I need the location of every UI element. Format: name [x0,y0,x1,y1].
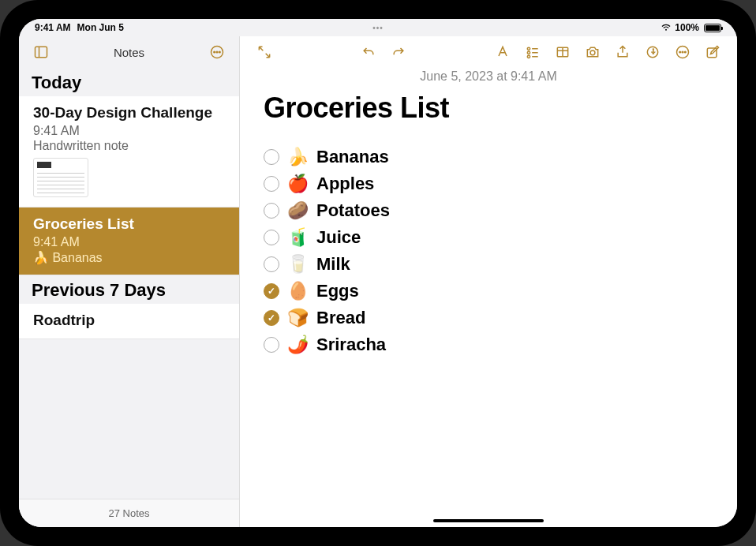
note-item-title: Groceries List [33,215,225,234]
check-circle[interactable] [264,176,279,192]
svg-point-20 [685,51,687,53]
item-text[interactable]: Bananas [316,147,389,167]
battery-percent: 100% [675,22,699,33]
item-emoji: 🍌 [287,147,309,167]
check-circle[interactable] [264,256,279,272]
toggle-sidebar-button[interactable] [30,41,52,63]
check-circle[interactable] [264,310,279,326]
item-text[interactable]: Apples [316,174,374,194]
fullscreen-button[interactable] [251,41,278,63]
check-circle[interactable] [264,203,279,219]
note-item-time: 9:41 AM [33,235,225,249]
status-date: Mon Jun 5 [77,22,124,33]
status-time: 9:41 AM [35,22,71,33]
item-text[interactable]: Sriracha [316,335,386,355]
item-emoji: 🌶️ [287,335,309,355]
note-item-preview: 🍌 Bananas [33,250,225,265]
note-date: June 5, 2023 at 9:41 AM [264,69,713,84]
item-emoji: 🥚 [287,281,309,301]
checklist-item[interactable]: 🧃Juice [264,227,713,248]
item-emoji: 🍎 [287,174,309,194]
svg-point-8 [527,51,530,54]
checklist-item[interactable]: 🍎Apples [264,174,713,194]
item-text[interactable]: Bread [316,308,365,328]
undo-button[interactable] [355,41,382,63]
svg-point-18 [679,51,681,53]
editor-toolbar [240,36,737,68]
item-text[interactable]: Juice [316,227,361,248]
section-header-previous: Previous 7 Days [19,275,239,304]
sidebar-header: Notes [19,36,239,68]
svg-point-15 [590,50,595,55]
note-item-roadtrip[interactable]: Roadtrip [19,304,239,340]
svg-point-3 [214,51,215,53]
more-button[interactable] [669,41,696,63]
item-text[interactable]: Potatoes [316,200,390,221]
status-left: 9:41 AM Mon Jun 5 [35,22,124,33]
note-item-time: 9:41 AM [33,124,225,138]
item-text[interactable]: Milk [316,254,350,275]
status-bar: 9:41 AM Mon Jun 5 ••• 100% [19,19,737,36]
checklist-item[interactable]: 🍞Bread [264,308,713,328]
svg-point-5 [219,51,221,53]
format-button[interactable] [489,41,516,63]
checklist-item[interactable]: 🌶️Sriracha [264,335,713,355]
note-thumbnail [33,158,88,197]
note-editor: June 5, 2023 at 9:41 AM Groceries List 🍌… [240,36,737,527]
svg-rect-0 [36,47,47,57]
item-emoji: 🥔 [287,200,309,221]
notes-list[interactable]: Today 30-Day Design Challenge 9:41 AM Ha… [19,68,239,499]
note-item-title: Roadtrip [33,312,225,330]
check-circle[interactable] [264,230,279,245]
item-emoji: 🥛 [287,254,309,275]
table-button[interactable] [549,41,576,63]
compose-button[interactable] [699,41,726,63]
checklist[interactable]: 🍌Bananas🍎Apples🥔Potatoes🧃Juice🥛Milk🥚Eggs… [264,147,713,355]
ipad-frame: 9:41 AM Mon Jun 5 ••• 100% Notes [0,0,756,546]
checklist-item[interactable]: 🍌Bananas [264,147,713,167]
content-area: Notes Today 30-Day Design Challenge 9:41… [19,36,737,527]
svg-point-10 [527,55,530,58]
checklist-item[interactable]: 🥚Eggs [264,281,713,301]
multitask-dots-icon[interactable]: ••• [372,24,384,32]
note-body[interactable]: June 5, 2023 at 9:41 AM Groceries List 🍌… [240,68,737,527]
section-header-today: Today [19,68,239,96]
home-indicator[interactable] [433,519,544,522]
screen: 9:41 AM Mon Jun 5 ••• 100% Notes [19,19,737,527]
svg-point-6 [527,47,530,50]
item-text[interactable]: Eggs [316,281,359,301]
notes-count: 27 Notes [19,499,239,527]
camera-button[interactable] [579,41,606,63]
status-right: 100% [661,22,721,33]
redo-button[interactable] [385,41,412,63]
item-emoji: 🍞 [287,308,309,328]
svg-point-19 [682,51,683,53]
markup-button[interactable] [639,41,666,63]
sidebar-title: Notes [114,46,144,59]
note-item-groceries[interactable]: Groceries List 9:41 AM 🍌 Bananas [19,208,239,275]
note-item-design-challenge[interactable]: 30-Day Design Challenge 9:41 AM Handwrit… [19,96,239,208]
wifi-icon [661,24,672,32]
checklist-item[interactable]: 🥔Potatoes [264,200,713,221]
svg-point-4 [216,51,218,53]
checklist-button[interactable] [519,41,546,63]
item-emoji: 🧃 [287,227,309,248]
note-heading[interactable]: Groceries List [264,92,713,125]
check-circle[interactable] [264,283,279,299]
sidebar-more-button[interactable] [206,41,228,63]
checklist-item[interactable]: 🥛Milk [264,254,713,275]
svg-rect-21 [707,48,717,58]
battery-icon [704,24,721,32]
note-item-title: 30-Day Design Challenge [33,104,225,122]
sidebar: Notes Today 30-Day Design Challenge 9:41… [19,36,240,527]
check-circle[interactable] [264,337,279,353]
note-item-preview: Handwritten note [33,139,225,153]
share-button[interactable] [609,41,636,63]
check-circle[interactable] [264,149,279,165]
